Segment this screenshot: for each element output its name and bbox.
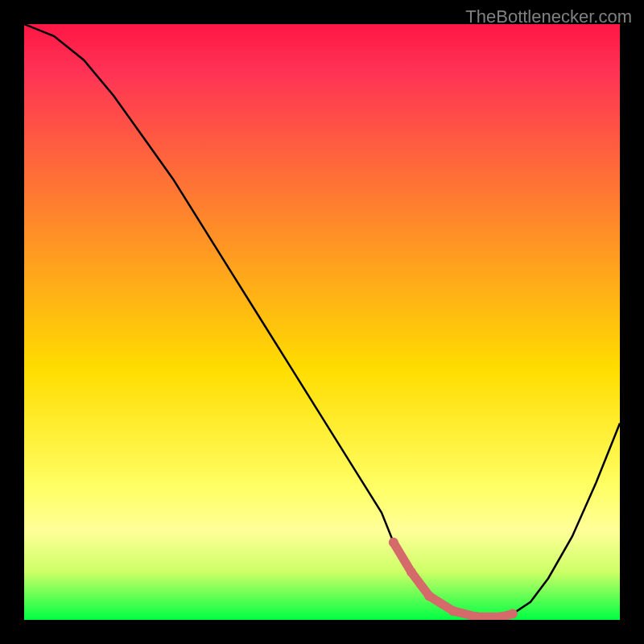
chart-svg xyxy=(24,24,620,620)
curve-group xyxy=(24,24,620,620)
optimal-dot xyxy=(407,568,416,577)
optimal-range-dots xyxy=(389,538,518,620)
optimal-dot xyxy=(389,538,398,547)
bottleneck-curve-line xyxy=(24,24,620,617)
optimal-dot xyxy=(508,609,518,619)
watermark-text: TheBottlenecker.com xyxy=(465,6,632,27)
optimal-dot xyxy=(448,606,458,616)
optimal-dot xyxy=(424,591,434,601)
chart-container xyxy=(24,24,620,620)
optimal-range-line xyxy=(394,543,513,617)
